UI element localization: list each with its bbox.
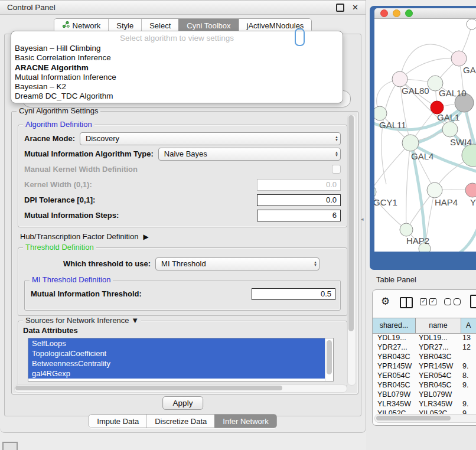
aracne-mode-select[interactable]: Discovery ▲▼ (80, 132, 341, 145)
attributes-scrollbar[interactable] (325, 338, 333, 381)
float-window-icon[interactable] (336, 4, 344, 12)
column-header[interactable]: shared... (373, 318, 416, 333)
mi-steps-field[interactable]: 6 (257, 210, 341, 221)
close-window-icon[interactable] (380, 9, 388, 17)
table-cell: 9. (460, 362, 476, 371)
attribute-item[interactable]: BetweennessCentrality (28, 358, 325, 369)
table-cell: YBR045C (415, 381, 460, 390)
table-row[interactable]: YBL079WYBL079W (373, 390, 476, 400)
mi-threshold-row: Mutual Information Threshold: 0.5 (31, 288, 335, 300)
settings-horizontal-scrollbar[interactable] (14, 384, 347, 393)
attribute-item[interactable]: TopologicalCoefficient (28, 348, 325, 358)
column-header[interactable]: name (416, 318, 461, 333)
network-node[interactable] (465, 183, 476, 197)
columns-icon[interactable] (400, 297, 413, 308)
tab-style[interactable]: Style (108, 19, 141, 32)
network-window-titlebar[interactable] (374, 8, 476, 19)
tab-impute-data[interactable]: Impute Data (89, 415, 146, 428)
tab-discretize-data[interactable]: Discretize Data (146, 415, 214, 428)
scrollbar-thumb[interactable] (376, 416, 451, 420)
network-node[interactable] (402, 135, 419, 151)
table-cell: YPR145W (373, 362, 415, 371)
mi-type-select[interactable]: Naive Bayes ▲▼ (158, 148, 341, 161)
unchecked-checkbox-icon[interactable] (444, 298, 451, 305)
mi-threshold-field[interactable]: 0.5 (252, 288, 335, 300)
table-cell: YDR27... (373, 343, 415, 353)
tab-select[interactable]: Select (141, 19, 178, 32)
table-cell: YBR043C (373, 353, 415, 362)
table-row[interactable]: YER054CYER054C8. (373, 371, 476, 381)
table-row[interactable]: YPR145WYPR145W9. (373, 362, 476, 371)
network-node[interactable] (400, 223, 413, 236)
table-row[interactable]: YLR345WYLR345W9. (373, 400, 476, 409)
dpi-tolerance-field[interactable]: 0.0 (257, 194, 341, 206)
network-node[interactable] (392, 71, 407, 87)
tab-infer-network[interactable]: Infer Network (214, 415, 276, 428)
combo-stepper-icon: ▲▼ (314, 261, 317, 267)
kernel-width-field[interactable]: 0.0 (257, 179, 341, 191)
network-node[interactable] (427, 182, 442, 198)
column-header[interactable]: A (461, 318, 476, 333)
network-edge[interactable] (382, 79, 400, 184)
network-node[interactable] (374, 106, 387, 120)
network-node[interactable] (462, 144, 476, 167)
zoom-window-icon[interactable] (405, 9, 413, 17)
attribute-item[interactable]: SelfLoops (28, 338, 325, 348)
minimize-window-icon[interactable] (393, 9, 400, 17)
algorithm-option[interactable]: Bayesian – Hill Climbing (11, 44, 343, 53)
network-node[interactable] (451, 51, 467, 66)
network-edge[interactable] (443, 227, 476, 252)
scrollbar-thumb[interactable] (15, 386, 282, 390)
settings-vertical-scrollbar[interactable] (347, 114, 356, 386)
unchecked-checkbox-icon[interactable] (454, 298, 461, 305)
manual-kernel-checkbox[interactable] (332, 165, 341, 174)
network-edge[interactable] (406, 143, 410, 230)
document-icon[interactable] (470, 295, 476, 308)
network-node[interactable] (442, 122, 458, 137)
which-threshold-value: MI Threshold (161, 259, 206, 268)
tab-network[interactable]: Network (54, 19, 109, 32)
mi-steps-label: Mutual Information Steps: (24, 211, 119, 220)
table-row[interactable]: YDR27...YDR27...12 (373, 343, 476, 353)
dpi-tolerance-label: DPI Tolerance [0,1]: (24, 195, 95, 204)
table-cell: YDR27... (415, 343, 460, 353)
control-panel-titlebar[interactable]: Control Panel ✕ (0, 1, 366, 15)
scrollbar-thumb[interactable] (348, 115, 354, 331)
collapsed-arrow-icon[interactable]: ▶ (143, 233, 148, 241)
splitter-collapse-icon[interactable]: ◂ (361, 216, 364, 222)
network-view-window[interactable]: GALGAL80GAL10GAL11GAL1SWI4GAL4HAP4YGCY1H… (370, 6, 476, 270)
close-panel-icon[interactable]: ✕ (352, 5, 358, 11)
checked-checkbox-icon[interactable]: ✓ (420, 298, 427, 305)
gear-icon[interactable]: ⚙ (381, 295, 390, 308)
table-row[interactable]: YBR043CYBR043C (373, 353, 476, 362)
scrollbar-thumb[interactable] (327, 340, 332, 374)
node-label: GAL11 (379, 120, 406, 130)
which-threshold-select[interactable]: MI Threshold ▲▼ (155, 257, 319, 270)
tab-cyni-toolbox[interactable]: Cyni Toolbox (178, 19, 238, 32)
table-row[interactable]: YDL19...YDL19...13 (373, 334, 476, 343)
checked-checkbox-icon[interactable]: ✓ (429, 298, 436, 305)
table-row[interactable]: YBR045CYBR045C9. (373, 381, 476, 390)
algorithm-option[interactable]: ARACNE Algorithm (11, 63, 343, 73)
minimized-panel-icon[interactable] (2, 442, 18, 450)
algorithm-definition-title: Algorithm Definition (23, 120, 94, 129)
network-canvas[interactable]: GALGAL80GAL10GAL11GAL1SWI4GAL4HAP4YGCY1H… (374, 19, 476, 252)
hub-definition-toggle[interactable]: Hub/Transcription Factor Definition ▶ (20, 232, 149, 241)
algorithm-option[interactable]: Bayesian – K2 (11, 82, 343, 92)
algorithm-option[interactable]: Basic Correlation Inference (11, 53, 343, 63)
table-horizontal-scrollbar[interactable] (374, 414, 476, 423)
network-edge[interactable] (400, 58, 459, 79)
table-cell: YBR043C (415, 353, 460, 362)
algorithm-option[interactable]: Dream8 DC_TDC Algorithm (11, 92, 343, 101)
node-label: GAL10 (439, 88, 467, 98)
network-node[interactable] (374, 185, 376, 198)
attribute-item[interactable]: gal4RGexp (28, 369, 325, 379)
apply-button[interactable]: Apply (162, 396, 204, 410)
network-node[interactable] (467, 19, 476, 30)
algorithm-option[interactable]: Mutual Information Inference (11, 73, 343, 82)
settings-group-title: Cyni Algorithm Settings (17, 106, 100, 115)
network-edge[interactable] (374, 143, 410, 192)
expanded-arrow-icon[interactable]: ▼ (131, 316, 139, 325)
data-attributes-list[interactable]: SelfLoopsTopologicalCoefficientBetweenne… (28, 338, 334, 381)
network-graph[interactable]: GALGAL80GAL10GAL11GAL1SWI4GAL4HAP4YGCY1H… (374, 19, 476, 252)
